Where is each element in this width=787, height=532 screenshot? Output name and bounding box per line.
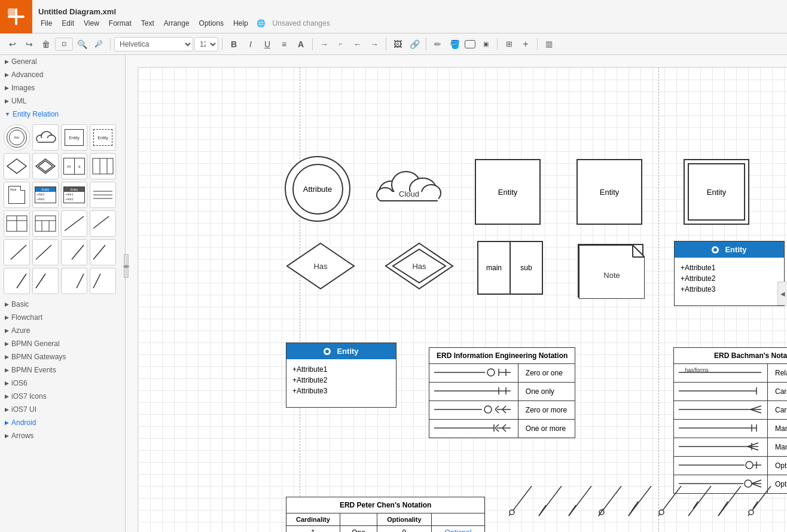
shape-diamond-double[interactable]	[32, 153, 59, 179]
shape-diag6[interactable]	[90, 239, 116, 265]
shape-entity-list2[interactable]: Entity +Attr1 +Attr2	[61, 182, 87, 208]
cloud-shape[interactable]: Cloud	[376, 162, 442, 212]
undo-button[interactable]: ↩	[5, 36, 20, 52]
menu-help[interactable]: Help	[228, 17, 253, 29]
shape-attribute[interactable]: Attr	[4, 124, 30, 151]
font-family-select[interactable]: Helvetica Arial Times New Roman	[114, 37, 193, 51]
canvas-area[interactable]: Attribute Cloud Entity	[126, 55, 787, 532]
font-size-select[interactable]: 12 10 14 16	[194, 37, 218, 51]
shadow-button[interactable]: ▣	[478, 36, 493, 52]
sidebar-item-ios6[interactable]: ▶ iOS6	[0, 377, 125, 390]
ie-row3-label: Zero or more	[518, 401, 575, 420]
right-panel-toggle[interactable]: ◀	[777, 282, 787, 305]
fit-button[interactable]: ⊡	[55, 38, 73, 51]
shape-diag9[interactable]	[61, 268, 87, 294]
sidebar-item-ios7-ui[interactable]: ▶ iOS7 UI	[0, 403, 125, 416]
entity2-shape[interactable]: Entity	[576, 159, 642, 225]
svg-line-26	[11, 245, 26, 259]
menu-text[interactable]: Text	[136, 17, 159, 29]
shape-lines[interactable]	[90, 182, 116, 208]
entity-table1[interactable]: Entity +Attribute1 +Attribute2 +Attribut…	[674, 241, 785, 306]
align-button[interactable]: ≡	[276, 36, 292, 52]
zoom-out-button[interactable]: 🔎	[91, 36, 106, 52]
shape-two-col[interactable]	[4, 210, 30, 237]
arrow-right2-button[interactable]: →	[367, 36, 382, 52]
shape-entity-dashed[interactable]: Entity	[90, 124, 116, 151]
bach-row2-symbol	[674, 383, 768, 401]
sidebar-item-advanced[interactable]: ▶ Advanced	[0, 68, 125, 81]
bold-button[interactable]: B	[226, 36, 242, 52]
menu-file[interactable]: File	[36, 17, 57, 29]
sidebar-item-uml[interactable]: ▶ UML	[0, 94, 125, 108]
canvas[interactable]: Attribute Cloud Entity	[138, 67, 787, 532]
sidebar-item-bpmn-gateways[interactable]: ▶ BPMN Gateways	[0, 350, 125, 363]
panel-button[interactable]: ▥	[541, 36, 557, 52]
entity-table2-attr1: +Attribute1	[292, 364, 390, 375]
sidebar-collapse-handle[interactable]: ◀▶	[124, 254, 129, 278]
svg-text:Has: Has	[412, 262, 426, 271]
sidebar-item-arrows[interactable]: ▶ Arrows	[0, 429, 125, 442]
entity1-shape[interactable]: Entity	[475, 159, 541, 225]
shape-diag1[interactable]	[61, 210, 87, 237]
shape-diag3[interactable]	[4, 239, 30, 265]
rect-button[interactable]	[465, 40, 475, 48]
add-button[interactable]: +	[518, 36, 533, 52]
zoom-in-button[interactable]: 🔍	[74, 36, 90, 52]
shape-diamond[interactable]	[4, 153, 30, 179]
shape-note[interactable]: Note	[4, 182, 30, 208]
font-color-button[interactable]: A	[293, 36, 309, 52]
shape-diag10[interactable]	[90, 268, 116, 294]
svg-line-29	[93, 245, 105, 259]
link-button[interactable]: 🔗	[407, 36, 422, 52]
attribute-shape[interactable]: Attribute	[285, 156, 350, 222]
shape-diag7[interactable]	[4, 268, 30, 294]
svg-point-123	[749, 510, 754, 515]
sidebar-item-ios7-icons[interactable]: ▶ iOS7 Icons	[0, 390, 125, 403]
note-shape[interactable]: Note	[578, 244, 643, 298]
pen-button[interactable]: ✏	[430, 36, 446, 52]
shape-entity-rect[interactable]: Entity	[61, 124, 87, 151]
separator5	[426, 38, 426, 50]
arrow-right-button[interactable]: →	[316, 36, 332, 52]
shape-diag8[interactable]	[32, 268, 59, 294]
shape-diag4[interactable]	[32, 239, 59, 265]
menu-options[interactable]: Options	[194, 17, 228, 29]
arrow-left-button[interactable]: ←	[350, 36, 365, 52]
menu-view[interactable]: View	[79, 17, 104, 29]
menu-arrange[interactable]: Arrange	[159, 17, 194, 29]
fill-button[interactable]: 🪣	[447, 36, 462, 52]
sidebar-item-basic[interactable]: ▶ Basic	[0, 298, 125, 311]
entity-table2[interactable]: Entity +Attribute1 +Attribute2 +Attribut…	[286, 343, 396, 408]
separator4	[386, 38, 386, 50]
shape-cloud[interactable]	[32, 124, 59, 151]
title-menu-area: Untitled Diagram.xml File Edit View Form…	[32, 4, 787, 29]
split-entity-shape[interactable]: main sub	[477, 241, 543, 295]
sidebar-item-bpmn-general[interactable]: ▶ BPMN General	[0, 337, 125, 350]
redo-button[interactable]: ↪	[22, 36, 37, 52]
shape-diag2[interactable]	[90, 210, 116, 237]
menu-format[interactable]: Format	[104, 17, 136, 29]
diamond1-shape[interactable]: Has	[285, 241, 356, 292]
arrow-elbow-button[interactable]: ⌐	[333, 36, 349, 52]
sidebar-item-azure[interactable]: ▶ Azure	[0, 324, 125, 337]
shape-entity-cols[interactable]	[90, 153, 116, 179]
sidebar-item-android[interactable]: ▶ Android	[0, 416, 125, 429]
svg-marker-8	[7, 159, 26, 173]
shape-three-col[interactable]	[32, 210, 59, 237]
image-button[interactable]: 🖼	[390, 36, 405, 52]
sidebar-item-bpmn-events[interactable]: ▶ BPMN Events	[0, 363, 125, 377]
menu-edit[interactable]: Edit	[57, 17, 79, 29]
sidebar-item-flowchart[interactable]: ▶ Flowchart	[0, 311, 125, 324]
grid-button[interactable]: ⊞	[501, 36, 517, 52]
sidebar-item-images[interactable]: ▶ Images	[0, 81, 125, 94]
shape-entity-list[interactable]: Entity +Attr1 +Attr2	[32, 182, 59, 208]
sidebar-item-entity-relation[interactable]: ▼ Entity Relation	[0, 108, 125, 121]
underline-button[interactable]: U	[260, 36, 275, 52]
shape-diag5[interactable]	[61, 239, 87, 265]
italic-button[interactable]: I	[243, 36, 258, 52]
delete-button[interactable]: 🗑	[38, 36, 54, 52]
sidebar-item-general[interactable]: ▶ General	[0, 55, 125, 68]
entity3-shape[interactable]: Entity	[684, 159, 749, 225]
shape-split-entity[interactable]: m s	[61, 153, 87, 179]
diamond2-shape[interactable]: Has	[383, 241, 455, 292]
